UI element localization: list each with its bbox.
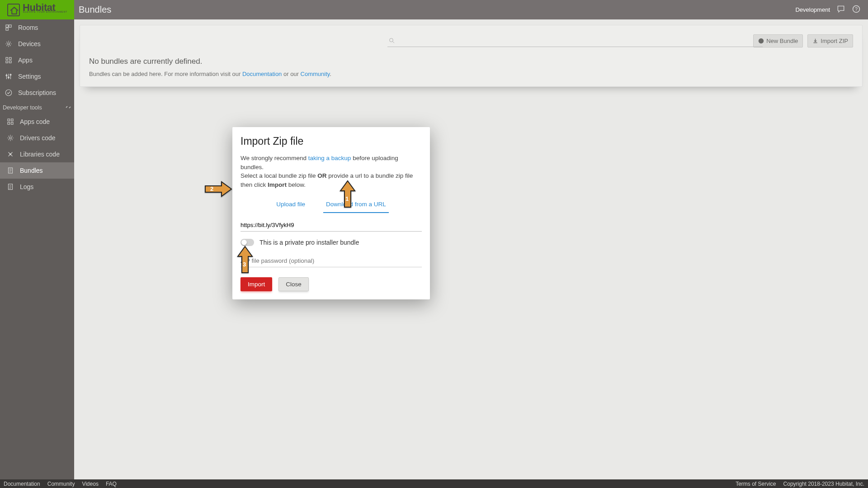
text: We strongly recommend xyxy=(241,155,308,161)
annotation-arrow-2: 2 xyxy=(204,180,232,200)
apps-code-icon xyxy=(6,118,14,126)
svg-rect-2 xyxy=(6,25,8,27)
close-button[interactable]: Close xyxy=(278,277,309,291)
sidebar-item-label: Apps code xyxy=(20,118,50,125)
main-content: New Bundle Import ZIP No bundles are cur… xyxy=(74,19,868,479)
sidebar-item-label: Bundles xyxy=(20,167,43,174)
url-input[interactable] xyxy=(241,219,422,232)
sidebar-item-apps[interactable]: Apps xyxy=(0,52,74,68)
page-title: Bundles xyxy=(79,5,111,15)
sidebar-item-label: Logs xyxy=(20,183,33,190)
svg-rect-17 xyxy=(11,123,14,125)
brand-tagline: ELEVATE YOUR ENVIRONMENT xyxy=(23,11,67,14)
sidebar-item-libraries-code[interactable]: Libraries code xyxy=(0,146,74,162)
arrow-number: 1 xyxy=(345,195,349,202)
text: OR xyxy=(317,172,326,179)
svg-text:?: ? xyxy=(855,6,858,12)
help-icon[interactable]: ? xyxy=(852,5,861,15)
svg-rect-14 xyxy=(8,119,10,121)
button-label: Import ZIP xyxy=(821,38,848,44)
arrow-number: 3 xyxy=(243,261,246,268)
community-link[interactable]: Community xyxy=(301,71,330,77)
libraries-code-icon xyxy=(6,150,14,158)
footer-link-community[interactable]: Community xyxy=(47,481,75,487)
sidebar-item-settings[interactable]: Settings xyxy=(0,68,74,85)
empty-state-sub: Bundles can be added here. For more info… xyxy=(89,71,853,77)
import-button[interactable]: Import xyxy=(241,277,272,291)
modal-instruction: Select a local bundle zip file OR provid… xyxy=(241,171,422,189)
footer-tos-link[interactable]: Terms of Service xyxy=(736,481,776,487)
text: . xyxy=(330,71,331,77)
sidebar-item-apps-code[interactable]: Apps code xyxy=(0,114,74,130)
sidebar-item-label: Libraries code xyxy=(20,151,60,158)
tab-upload-file[interactable]: Upload file xyxy=(274,197,308,213)
bundles-icon xyxy=(6,166,14,175)
bundles-panel: New Bundle Import ZIP No bundles are cur… xyxy=(80,25,863,87)
documentation-link[interactable]: Documentation xyxy=(242,71,282,77)
search-icon xyxy=(388,37,396,44)
logs-icon xyxy=(6,183,14,191)
svg-rect-7 xyxy=(9,57,12,60)
import-zip-button[interactable]: Import ZIP xyxy=(807,34,853,47)
footer-link-videos[interactable]: Videos xyxy=(82,481,98,487)
collapse-icon[interactable] xyxy=(65,104,71,110)
sidebar-item-label: Subscriptions xyxy=(18,89,56,96)
text: Import xyxy=(268,181,287,188)
annotation-arrow-3: 3 xyxy=(236,246,254,276)
sidebar-section-label: Developer tools xyxy=(3,104,42,111)
svg-rect-3 xyxy=(9,25,11,27)
footer-link-faq[interactable]: FAQ xyxy=(106,481,117,487)
sidebar-item-label: Devices xyxy=(18,40,41,47)
sidebar-item-label: Apps xyxy=(18,57,33,64)
sidebar-section-dev[interactable]: Developer tools xyxy=(0,101,74,114)
modal-recommendation: We strongly recommend taking a backup be… xyxy=(241,154,422,171)
devices-icon xyxy=(5,40,13,48)
text: below. xyxy=(287,181,306,188)
svg-point-12 xyxy=(10,74,11,76)
settings-icon xyxy=(5,72,13,81)
footer-copyright: Copyright 2018-2023 Hubitat, Inc. xyxy=(783,481,864,487)
download-icon xyxy=(812,38,818,44)
sidebar: Rooms Devices Apps Settings Subscription… xyxy=(0,19,74,479)
svg-rect-15 xyxy=(11,119,14,121)
top-header: Hubitat ELEVATE YOUR ENVIRONMENT Bundles… xyxy=(0,0,868,19)
toggle-label: This is a private pro installer bundle xyxy=(259,239,359,246)
sidebar-item-label: Drivers code xyxy=(20,134,56,142)
svg-point-5 xyxy=(8,43,10,45)
text: Select a local bundle zip file xyxy=(241,172,317,179)
sidebar-item-devices[interactable]: Devices xyxy=(0,36,74,52)
modal-title: Import Zip file xyxy=(241,135,422,147)
subscriptions-icon xyxy=(5,89,13,97)
button-label: New Bundle xyxy=(766,38,798,44)
svg-point-11 xyxy=(8,77,9,78)
text: Bundles can be added here. For more info… xyxy=(89,71,242,77)
private-bundle-toggle[interactable] xyxy=(241,239,254,246)
brand-logo[interactable]: Hubitat ELEVATE YOUR ENVIRONMENT xyxy=(0,0,74,19)
arrow-number: 2 xyxy=(210,185,213,192)
svg-point-10 xyxy=(6,75,7,76)
search-input[interactable] xyxy=(398,37,763,44)
svg-point-18 xyxy=(9,137,12,139)
text: or our xyxy=(282,71,300,77)
modal-tabs: Upload file Download from a URL xyxy=(241,197,422,213)
import-zip-modal: Import Zip file We strongly recommend ta… xyxy=(232,127,430,299)
annotation-arrow-1: 1 xyxy=(339,180,357,210)
sidebar-item-logs[interactable]: Logs xyxy=(0,179,74,195)
sidebar-item-bundles[interactable]: Bundles xyxy=(0,162,74,179)
drivers-code-icon xyxy=(6,134,14,142)
mode-label: Development xyxy=(795,6,830,13)
sidebar-item-rooms[interactable]: Rooms xyxy=(0,19,74,36)
sidebar-item-subscriptions[interactable]: Subscriptions xyxy=(0,85,74,101)
zip-password-input[interactable] xyxy=(241,255,422,267)
svg-point-22 xyxy=(390,38,393,42)
backup-link[interactable]: taking a backup xyxy=(308,155,351,161)
svg-point-19 xyxy=(10,154,11,155)
sidebar-item-label: Settings xyxy=(18,73,41,80)
chat-icon[interactable] xyxy=(836,5,845,15)
svg-rect-4 xyxy=(6,28,8,30)
svg-rect-16 xyxy=(8,123,10,125)
empty-state-title: No bundles are currently defined. xyxy=(89,57,853,66)
footer-link-documentation[interactable]: Documentation xyxy=(4,481,40,487)
footer-bar: Documentation Community Videos FAQ Terms… xyxy=(0,479,868,488)
sidebar-item-drivers-code[interactable]: Drivers code xyxy=(0,130,74,146)
